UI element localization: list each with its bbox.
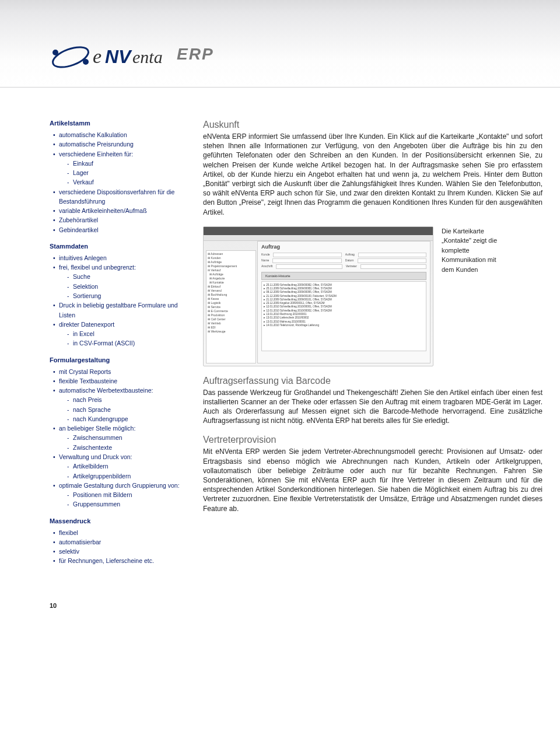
list-item-label: optimale Gestaltung durch Gruppierung vo… [59,482,180,489]
screenshot-menubar [204,235,433,241]
bullet-list: mit Crystal Reports flexible Textbaustei… [50,367,188,509]
list-item: intuitives Anlegen [53,253,188,263]
list-item: automatische Werbetextbausteine: nach Pr… [53,386,188,424]
paragraph-auskunft: eNVenta ERP informiert Sie umfassend übe… [203,132,542,217]
list-item: variable Artikeleinheiten/Aufmaß [53,206,188,215]
list-item: für Rechnungen, Lieferscheine etc. [53,556,188,565]
screenshot-row: ⊞ Adressen⊞ Kunden⊞ Aufträge⊞ Projektman… [203,226,542,366]
list-item: Druck in beliebig gestaltbare Formulare … [53,300,188,320]
app-screenshot: ⊞ Adressen⊞ Kunden⊞ Aufträge⊞ Projektman… [203,226,433,366]
section-artikelstamm: Artikelstamm automatische Kalkulation au… [50,120,188,235]
sub-list: Suche Selektion Sortierung [59,272,188,300]
svg-point-1 [52,50,58,55]
sub-item: Zwischensummen [67,433,188,442]
sub-item: Suche [67,272,188,281]
sub-item: Positionen mit Bildern [67,490,188,499]
list-item: verschiedene Dispositionsverfahren für d… [53,187,188,207]
sidebar: Artikelstamm automatische Kalkulation au… [50,120,188,574]
sub-item: Sortierung [67,291,188,300]
list-item: flexible Textbausteine [53,376,188,386]
heading-auskunft: Auskunft [203,120,542,130]
sub-item: Artikelbildern [67,461,188,471]
svg-text:enta: enta [132,47,163,67]
list-item: Verwaltung und Druck von: Artikelbildern… [53,452,188,481]
sub-item: Gruppensummen [67,499,188,509]
list-item: automatisierbar [53,537,188,547]
enventa-logo-svg: e NV enta ERP [50,34,225,81]
list-item: optimale Gestaltung durch Gruppierung vo… [53,481,188,509]
screenshot-caption: Die Karteikarte „Kontakte" zeigt die kom… [442,226,506,275]
list-item: selektiv [53,547,188,556]
main-content: Auskunft eNVenta ERP informiert Sie umfa… [203,120,542,574]
sub-item: nach Sprache [67,405,188,414]
bullet-list: intuitives Anlegen frei, flexibel und un… [50,253,188,348]
list-item-label: an beliebiger Stelle möglich: [59,425,135,432]
bullet-list: flexibel automatisierbar selektiv für Re… [50,528,188,566]
screenshot-window-title: Auftrag [258,242,430,252]
sub-list: Einkauf Lager Verkauf [59,159,188,187]
list-item: Zubehörartikel [53,215,188,225]
svg-point-0 [50,43,91,71]
sub-list: Artikelbildern Artikelgruppenbildern [59,461,188,481]
section-formulargestaltung: Formulargestaltung mit Crystal Reports f… [50,356,188,509]
screenshot-history-list: ▸ 25.11.2009 Schnellauftrag 2009/00082, … [261,281,426,351]
sub-item: Lager [67,168,188,177]
screenshot-nav-tree: ⊞ Adressen⊞ Kunden⊞ Aufträge⊞ Projektman… [206,250,256,363]
svg-point-2 [83,59,89,65]
heading-barcode: Auftragserfassung via Barcode [203,376,542,386]
sub-item: in CSV-Format (ASCII) [67,338,188,348]
list-item: verschiedene Einheiten für: Einkauf Lage… [53,149,188,187]
sub-item: in Excel [67,329,188,338]
svg-text:NV: NV [105,46,132,67]
svg-text:e: e [93,46,102,67]
page-header: e NV enta ERP [0,0,560,88]
page-body: Artikelstamm automatische Kalkulation au… [0,88,560,592]
section-title: Formulargestaltung [50,356,188,363]
section-title: Artikelstamm [50,120,188,127]
screenshot-titlebar [204,227,433,235]
section-title: Stammdaten [50,243,188,250]
sub-item: Einkauf [67,159,188,168]
list-item-label: Verwaltung und Druck von: [59,453,132,460]
sub-list: Zwischensummen Zwischentexte [59,433,188,452]
section-title: Massendruck [50,517,188,524]
list-item: automatische Kalkulation [53,130,188,139]
list-item: automatische Preisrundung [53,139,188,149]
list-item: mit Crystal Reports [53,367,188,376]
sub-item: Verkauf [67,177,188,187]
section-massendruck: Massendruck flexibel automatisierbar sel… [50,517,188,566]
sub-item: Artikelgruppenbildern [67,471,188,481]
list-item-label: automatische Werbetextbausteine: [59,387,153,394]
list-item-label: direkter Datenexport [59,321,114,328]
paragraph-barcode: Das passende Werkzeug für Großhandel und… [203,388,542,426]
page-number: 10 [50,602,560,609]
sub-item: Selektion [67,282,188,291]
list-item: Gebindeartikel [53,225,188,235]
sub-list: Positionen mit Bildern Gruppensummen [59,490,188,509]
paragraph-vertreter: Mit eNVenta ERP werden Sie jedem Vertret… [203,447,542,513]
list-item-label: verschiedene Einheiten für: [59,151,133,158]
screenshot-form: Auftrag KundeAuftrag NameDatum Anschrift… [257,241,430,363]
bullet-list: automatische Kalkulation automatische Pr… [50,130,188,235]
sub-list: nach Preis nach Sprache nach Kundengrupp… [59,395,188,424]
sub-item: Zwischentexte [67,443,188,452]
list-item: an beliebiger Stelle möglich: Zwischensu… [53,424,188,452]
list-item: frei, flexibel und unbegrenzt: Suche Sel… [53,263,188,300]
list-item: direkter Datenexport in Excel in CSV-For… [53,320,188,348]
section-stammdaten: Stammdaten intuitives Anlegen frei, flex… [50,243,188,348]
brand-logo: e NV enta ERP [50,34,225,83]
list-item-label: frei, flexibel und unbegrenzt: [59,264,136,271]
sub-item: nach Kundengruppe [67,414,188,424]
heading-vertreter: Vertreterprovision [203,435,542,445]
sub-list: in Excel in CSV-Format (ASCII) [59,329,188,348]
svg-text:ERP: ERP [177,45,214,63]
list-item: flexibel [53,528,188,537]
screenshot-tab-kontakthistorie: Kontakt-Historie [261,272,426,280]
sub-item: nach Preis [67,395,188,404]
